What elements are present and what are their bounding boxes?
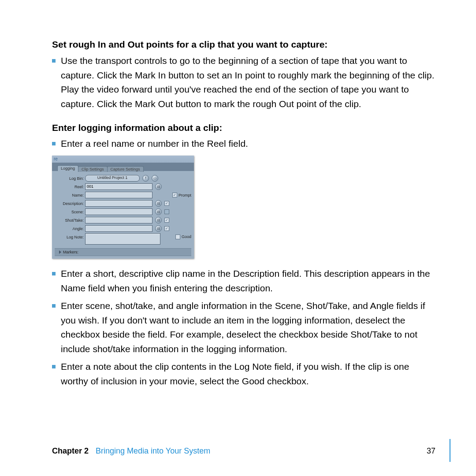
- shot-take-label: Shot/Take:: [55, 218, 85, 223]
- angle-row: Angle: ▤ ✓: [55, 225, 191, 233]
- scene-field[interactable]: [85, 208, 152, 215]
- up-icon-button[interactable]: ⤒: [142, 175, 149, 182]
- description-checkbox[interactable]: ✓: [164, 201, 169, 206]
- angle-field[interactable]: [85, 225, 152, 232]
- reel-row: Reel: 001 ▤: [55, 183, 191, 191]
- reel-slate-button[interactable]: ▤: [155, 183, 162, 190]
- disclosure-triangle-icon: [59, 250, 61, 254]
- log-note-field[interactable]: [85, 233, 160, 245]
- footer-rule: [450, 439, 450, 462]
- description-field[interactable]: [85, 200, 152, 207]
- bullet-item: Use the transport controls to go to the …: [52, 54, 435, 111]
- page-footer: Chapter 2 Bringing Media into Your Syste…: [0, 446, 476, 456]
- bullet-list-2: Enter a reel name or number in the Reel …: [52, 137, 435, 151]
- shot-take-slate-button[interactable]: ▤: [155, 217, 162, 223]
- angle-checkbox[interactable]: ✓: [164, 226, 169, 231]
- footer-chapter-title: Bringing Media into Your System: [96, 446, 210, 456]
- good-label: Good: [182, 234, 191, 239]
- markers-row[interactable]: Markers:: [55, 248, 191, 256]
- bullet-item: Enter a reel name or number in the Reel …: [52, 137, 435, 151]
- angle-slate-button[interactable]: ▤: [155, 225, 162, 232]
- bullet-item: Enter a short, descriptive clip name in …: [52, 267, 435, 295]
- log-note-row: Log Note: Good: [55, 233, 191, 245]
- name-label: Name:: [55, 193, 85, 197]
- angle-label: Angle:: [55, 227, 85, 231]
- scene-slate-button[interactable]: ▤: [155, 208, 162, 215]
- footer-page-number: 37: [427, 446, 435, 456]
- scene-label: Scene:: [55, 210, 85, 214]
- footer-chapter: Chapter 2: [52, 446, 89, 456]
- description-label: Description:: [55, 201, 85, 206]
- shot-take-checkbox[interactable]: ✓: [164, 218, 169, 223]
- log-bin-label: Log Bin:: [55, 176, 85, 181]
- new-bin-icon-button[interactable]: ▭: [152, 175, 158, 182]
- tab-capture-settings[interactable]: Capture Settings: [107, 166, 144, 172]
- log-bin-row: Log Bin: Untitled Project 1 ⤒ ▭: [55, 175, 191, 182]
- name-field[interactable]: [85, 192, 152, 198]
- description-row: Description: ▤ ✓: [55, 200, 191, 208]
- prompt-label: Prompt: [178, 193, 191, 197]
- bullet-item: Enter scene, shot/take, and angle inform…: [52, 299, 435, 356]
- shot-take-field[interactable]: [85, 217, 152, 223]
- markers-label: Markers:: [63, 250, 78, 254]
- section-heading-2: Enter logging information about a clip:: [52, 123, 435, 133]
- prompt-checkbox[interactable]: ✓: [172, 193, 177, 197]
- scene-checkbox[interactable]: [164, 209, 169, 214]
- log-bin-field[interactable]: Untitled Project 1: [85, 175, 140, 182]
- log-note-label: Log Note:: [55, 233, 85, 239]
- reel-field[interactable]: 001: [85, 183, 152, 190]
- panel-titlebar: re: [52, 156, 194, 163]
- name-row: Name: ✓ Prompt: [55, 191, 191, 199]
- description-slate-button[interactable]: ▤: [155, 200, 162, 207]
- tab-row: Logging Clip Settings Capture Settings: [52, 163, 194, 171]
- bullet-item: Enter a note about the clip contents in …: [52, 360, 435, 388]
- panel-body: Log Bin: Untitled Project 1 ⤒ ▭ Reel: 00…: [52, 171, 194, 259]
- section-heading-1: Set rough In and Out points for a clip t…: [52, 39, 435, 50]
- bullet-list-3: Enter a short, descriptive clip name in …: [52, 267, 435, 388]
- good-checkbox[interactable]: [175, 234, 180, 239]
- tab-clip-settings[interactable]: Clip Settings: [78, 166, 108, 172]
- shot-take-row: Shot/Take: ▤ ✓: [55, 216, 191, 224]
- scene-row: Scene: ▤: [55, 208, 191, 216]
- bullet-list-1: Use the transport controls to go to the …: [52, 54, 435, 111]
- reel-label: Reel:: [55, 185, 85, 189]
- logging-panel: re Logging Clip Settings Capture Setting…: [52, 156, 194, 259]
- tab-logging[interactable]: Logging: [57, 165, 78, 171]
